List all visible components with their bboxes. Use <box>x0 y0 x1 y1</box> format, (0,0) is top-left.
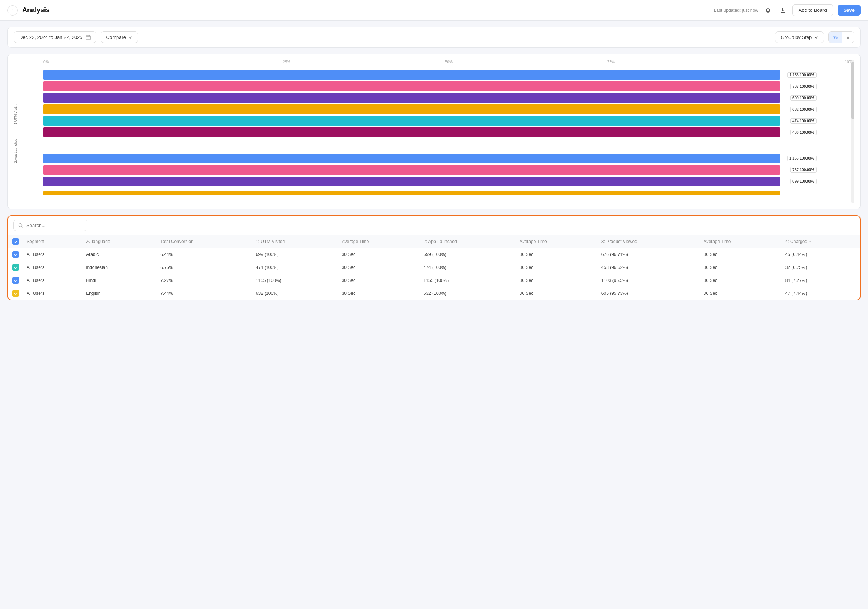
view-toggle: % # <box>828 31 854 43</box>
table-header: Segment language Total Conversion 1: UTM… <box>8 235 860 248</box>
table-section: Segment language Total Conversion 1: UTM… <box>8 215 860 300</box>
cell-app-launched: 699 (100%) <box>420 248 516 261</box>
bar-row: 466 100.00% <box>43 127 817 137</box>
bar-row: 699 100.00% <box>43 176 817 187</box>
th-segment[interactable]: Segment <box>23 235 82 248</box>
table-row: All Users Indonesian 6.75% 474 (100%) 30… <box>8 261 860 274</box>
x-tick-50: 50% <box>368 60 530 64</box>
step-1-label: 1:UTM Visit... <box>14 103 40 124</box>
checkmark-icon <box>14 240 18 244</box>
page-title: Analysis <box>22 6 714 14</box>
cell-utm-visited: 474 (100%) <box>252 261 338 274</box>
svg-line-5 <box>22 226 23 228</box>
cell-charged: 84 (7.27%) <box>782 274 860 287</box>
th-product-viewed[interactable]: 3: Product Viewed <box>598 235 700 248</box>
nav-chevron-btn[interactable]: › <box>8 5 18 16</box>
cell-avg-time-3: 30 Sec <box>700 248 782 261</box>
th-app-launched[interactable]: 2: App Launched <box>420 235 516 248</box>
percent-view-button[interactable]: % <box>829 32 842 43</box>
table-row: All Users English 7.44% 632 (100%) 30 Se… <box>8 287 860 300</box>
chart-scrollbar[interactable] <box>851 60 854 203</box>
top-nav: › Analysis Last updated: just now Add to… <box>0 0 868 21</box>
bar-label: 767 100.00% <box>790 167 817 172</box>
step-2-label: 2:App Launched <box>14 138 40 165</box>
row-checkbox[interactable] <box>12 277 19 284</box>
row-checkbox[interactable] <box>12 264 19 271</box>
cell-avg-time-2: 30 Sec <box>516 261 598 274</box>
person-icon <box>86 239 90 244</box>
count-view-button[interactable]: # <box>842 32 854 43</box>
nav-actions: Last updated: just now Add to Board Save <box>714 5 860 16</box>
cell-language: English <box>82 287 157 300</box>
search-icon <box>18 223 23 228</box>
cell-product-viewed: 458 (96.62%) <box>598 261 700 274</box>
bars-section: 1,155 100.00% 767 100.00% 699 <box>43 68 854 203</box>
cell-checkbox[interactable] <box>8 274 23 287</box>
bar-label: 1,155 100.00% <box>787 155 817 161</box>
cell-checkbox[interactable] <box>8 261 23 274</box>
cell-utm-visited: 699 (100%) <box>252 248 338 261</box>
save-button[interactable]: Save <box>838 5 860 16</box>
th-charged[interactable]: 4: Charged ↑ <box>782 235 860 248</box>
cell-segment: All Users <box>23 248 82 261</box>
cell-charged: 47 (7.44%) <box>782 287 860 300</box>
cell-segment: All Users <box>23 261 82 274</box>
calendar-icon <box>85 35 91 40</box>
bar-row: 1,155 100.00% <box>43 153 817 164</box>
cell-language: Arabic <box>82 248 157 261</box>
download-button[interactable] <box>778 5 788 16</box>
th-avg-time-3[interactable]: Average Time <box>700 235 782 248</box>
main-content: Dec 22, 2024 to Jan 22, 2025 Compare Gro… <box>0 21 868 306</box>
row-checkbox[interactable] <box>12 251 19 258</box>
cell-product-viewed: 1103 (95.5%) <box>598 274 700 287</box>
cell-app-launched: 1155 (100%) <box>420 274 516 287</box>
th-avg-time-1[interactable]: Average Time <box>338 235 420 248</box>
table-body: All Users Arabic 6.44% 699 (100%) 30 Sec… <box>8 248 860 300</box>
date-range-button[interactable]: Dec 22, 2024 to Jan 22, 2025 <box>14 31 96 43</box>
cell-checkbox[interactable] <box>8 287 23 300</box>
x-tick-75: 75% <box>530 60 692 64</box>
download-icon <box>780 8 786 13</box>
cell-checkbox[interactable] <box>8 248 23 261</box>
cell-language: Hindi <box>82 274 157 287</box>
cell-avg-time-2: 30 Sec <box>516 274 598 287</box>
cell-total-conversion: 7.27% <box>157 274 252 287</box>
y-axis: 1:UTM Visit... 2:App Launched <box>14 60 43 203</box>
cell-avg-time-1: 30 Sec <box>338 274 420 287</box>
refresh-button[interactable] <box>763 5 773 16</box>
date-range-label: Dec 22, 2024 to Jan 22, 2025 <box>19 34 82 40</box>
cell-charged: 45 (6.44%) <box>782 248 860 261</box>
group-by-label: Group by Step <box>781 34 812 40</box>
cell-avg-time-1: 30 Sec <box>338 261 420 274</box>
th-avg-time-2[interactable]: Average Time <box>516 235 598 248</box>
bar-row: 474 100.00% <box>43 116 817 126</box>
th-utm-visited[interactable]: 1: UTM Visited <box>252 235 338 248</box>
select-all-checkbox[interactable] <box>12 238 19 245</box>
bar-label: 466 100.00% <box>790 130 817 135</box>
row-checkbox[interactable] <box>12 290 19 297</box>
cell-avg-time-2: 30 Sec <box>516 287 598 300</box>
chart-scrollbar-thumb[interactable] <box>851 62 854 119</box>
group-by-button[interactable]: Group by Step <box>775 31 824 43</box>
compare-button[interactable]: Compare <box>101 31 138 43</box>
bar-label: 1,155 100.00% <box>787 72 817 78</box>
checkmark-icon <box>14 278 18 283</box>
checkmark-icon <box>14 292 18 295</box>
cell-avg-time-1: 30 Sec <box>338 248 420 261</box>
cell-utm-visited: 1155 (100%) <box>252 274 338 287</box>
cell-charged: 32 (6.75%) <box>782 261 860 274</box>
search-input[interactable] <box>26 223 82 228</box>
th-total-conversion[interactable]: Total Conversion <box>157 235 252 248</box>
x-tick-0: 0% <box>43 60 206 64</box>
data-table: Segment language Total Conversion 1: UTM… <box>8 235 860 300</box>
add-to-board-button[interactable]: Add to Board <box>792 5 833 16</box>
cell-avg-time-3: 30 Sec <box>700 261 782 274</box>
search-bar[interactable] <box>13 220 87 231</box>
step-divider <box>43 139 854 148</box>
th-language[interactable]: language <box>82 235 157 248</box>
chevron-down-icon-2 <box>814 35 818 40</box>
cell-avg-time-1: 30 Sec <box>338 287 420 300</box>
cell-avg-time-3: 30 Sec <box>700 287 782 300</box>
cell-product-viewed: 676 (96.71%) <box>598 248 700 261</box>
bar-row <box>43 188 817 198</box>
